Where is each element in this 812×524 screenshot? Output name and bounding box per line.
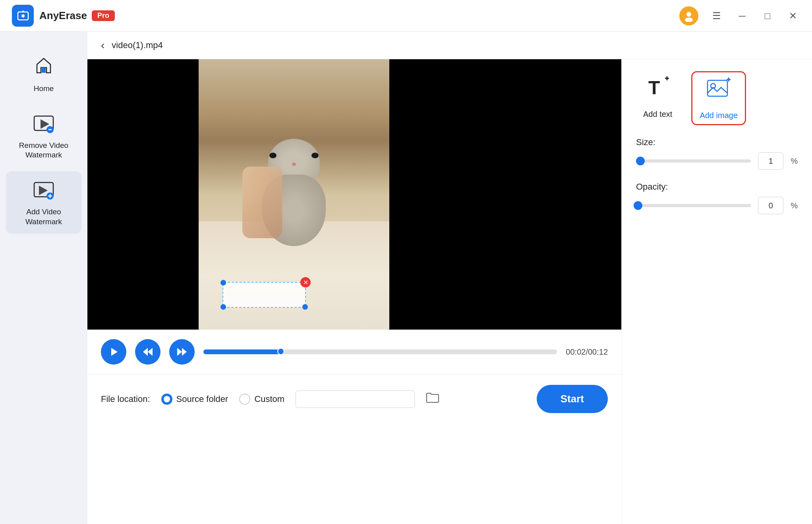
time-display: 00:02/00:12 [566,347,608,357]
sidebar-item-add-video-watermark[interactable]: Add VideoWatermark [6,171,81,234]
opacity-slider-track[interactable] [636,204,751,207]
back-button[interactable]: ‹ [101,39,104,52]
size-slider-thumb[interactable] [636,157,645,165]
rewind-button[interactable] [135,339,160,365]
svg-marker-16 [177,348,182,356]
file-location-bar: File location: Source folder Custom [87,375,621,423]
source-folder-radio-inner [164,396,170,402]
custom-option[interactable]: Custom [239,394,284,405]
svg-marker-15 [148,348,153,356]
size-slider-fill [636,159,641,163]
opacity-slider-control: 0 % [636,197,798,214]
svg-rect-5 [42,68,46,73]
minimize-button[interactable]: ─ [735,9,749,23]
source-folder-option[interactable]: Source folder [161,394,228,405]
remove-video-watermark-icon [33,113,55,137]
size-value: 1 [769,157,773,166]
app-logo [12,5,34,27]
video-section: ✕ [87,59,621,524]
watermark-handle-tl[interactable] [220,280,226,285]
sidebar-item-remove-video-watermark[interactable]: Remove VideoWatermark [6,105,81,167]
progress-bar[interactable] [203,349,557,354]
play-button[interactable] [101,339,126,365]
svg-text:T: T [648,77,660,98]
source-folder-radio[interactable] [161,394,172,405]
video-filename: video(1).mp4 [112,40,162,50]
start-button[interactable]: Start [537,385,608,413]
video-black-left [87,59,199,330]
watermark-handle-br[interactable] [302,304,308,310]
source-folder-label: Source folder [176,394,228,404]
sidebar: Home Remove VideoWatermark [0,32,87,524]
svg-marker-14 [143,348,148,356]
opacity-value-box: 0 [758,197,783,214]
svg-point-3 [686,12,691,17]
sidebar-item-remove-label: Remove VideoWatermark [19,141,68,160]
custom-path-input[interactable] [296,390,415,408]
size-value-box: 1 [758,152,783,170]
right-panel: T Add text [621,59,812,524]
titlebar-controls: ☰ ─ □ ✕ [679,6,800,25]
sidebar-item-add-label: Add VideoWatermark [25,207,62,227]
main-layout: Home Remove VideoWatermark [0,32,812,524]
content-area: ‹ video(1).mp4 [87,32,812,524]
pro-badge: Pro [92,10,115,21]
svg-marker-11 [39,186,48,195]
video-controls: 00:02/00:12 [87,330,621,375]
size-label: Size: [636,137,798,147]
opacity-label: Opacity: [636,182,798,192]
add-image-label: Add image [700,111,738,120]
maximize-button[interactable]: □ [760,9,775,23]
add-text-label: Add text [643,110,672,119]
folder-browse-button[interactable] [426,392,439,406]
opacity-slider-thumb[interactable] [634,201,642,210]
size-percent: % [791,157,798,166]
tool-buttons: T Add text [636,71,798,125]
add-video-watermark-icon [33,179,55,203]
svg-point-2 [21,14,25,17]
watermark-selection-box[interactable]: ✕ [222,282,306,308]
size-slider-track[interactable] [636,159,751,163]
opacity-value: 0 [769,201,773,210]
watermark-handle-bl[interactable] [220,304,226,310]
add-image-button[interactable]: Add image [691,71,746,125]
user-avatar[interactable] [679,6,698,25]
sidebar-item-home[interactable]: Home [6,48,81,101]
svg-rect-21 [708,80,727,96]
add-text-button[interactable]: T Add text [636,71,679,123]
editor-area: ✕ [87,59,812,524]
file-location-label: File location: [101,394,150,404]
svg-marker-13 [111,348,118,356]
close-button[interactable]: ✕ [786,9,800,23]
opacity-slider-section: Opacity: 0 % [636,182,798,214]
svg-point-4 [685,17,693,22]
size-slider-control: 1 % [636,152,798,170]
svg-marker-17 [182,348,187,356]
progress-bar-fill [203,349,281,354]
forward-button[interactable] [169,339,195,365]
menu-button[interactable]: ☰ [710,9,724,23]
size-slider-section: Size: 1 % [636,137,798,170]
add-text-icon: T [645,75,671,105]
sidebar-item-home-label: Home [34,84,54,94]
opacity-slider-fill [636,204,638,207]
video-content[interactable]: ✕ [199,59,389,330]
video-black-right [510,59,621,330]
video-canvas: ✕ [87,59,621,330]
opacity-percent: % [791,201,798,210]
watermark-close-btn[interactable]: ✕ [300,277,311,287]
custom-label: Custom [254,394,284,404]
titlebar: AnyErase Pro ☰ ─ □ ✕ [0,0,812,32]
home-icon [34,56,54,80]
content-topbar: ‹ video(1).mp4 [87,32,812,59]
add-image-icon [706,76,731,106]
progress-thumb[interactable] [277,348,284,355]
app-name: AnyErase [39,10,87,22]
custom-radio[interactable] [239,394,250,405]
